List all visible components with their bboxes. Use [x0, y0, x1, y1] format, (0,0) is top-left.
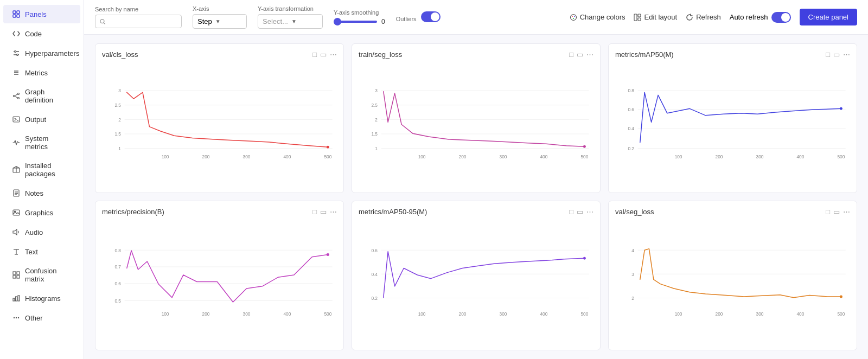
expand-chart-btn-3[interactable]: ▭ — [833, 50, 840, 59]
svg-point-39 — [18, 317, 19, 318]
expand-chart-btn-4[interactable]: ▭ — [320, 208, 327, 216]
other-icon — [12, 313, 21, 322]
expand-chart-btn[interactable]: ▭ — [320, 50, 327, 59]
svg-text:300: 300 — [756, 311, 764, 317]
edit-layout-button[interactable]: Edit layout — [634, 13, 677, 21]
sidebar-item-other[interactable]: Other — [3, 309, 80, 327]
svg-text:300: 300 — [500, 154, 507, 159]
more-chart-btn-3[interactable]: ⋯ — [843, 50, 850, 59]
svg-text:3: 3 — [631, 272, 634, 277]
copy-chart-btn-3[interactable]: □ — [826, 50, 830, 59]
create-panel-button[interactable]: Create panel — [800, 9, 857, 25]
expand-chart-btn-5[interactable]: ▭ — [577, 208, 583, 216]
sidebar-item-system-metrics[interactable]: System metrics — [3, 130, 80, 156]
sidebar-item-installed-packages[interactable]: Installed packages — [3, 157, 80, 183]
precision-svg: 0.8 0.7 0.6 0.5 100 200 300 400 500 — [102, 220, 337, 343]
sidebar: Panels Code Hyperparameters — [0, 0, 84, 359]
copy-chart-btn-6[interactable]: □ — [826, 208, 830, 216]
svg-text:0.4: 0.4 — [371, 272, 378, 277]
svg-text:0.6: 0.6 — [371, 248, 378, 253]
svg-rect-47 — [638, 14, 641, 17]
sidebar-item-metrics[interactable]: Metrics — [3, 63, 80, 82]
more-chart-btn-5[interactable]: ⋯ — [586, 208, 593, 216]
audio-icon — [12, 228, 21, 236]
chart-header-train-seg-loss: train/seg_loss □ ▭ ⋯ — [359, 50, 593, 59]
sidebar-label-installed-packages: Installed packages — [25, 162, 72, 178]
code-icon — [12, 29, 21, 38]
svg-text:400: 400 — [796, 311, 804, 317]
search-icon — [100, 18, 106, 25]
sidebar-item-confusion-matrix[interactable]: Confusion matrix — [3, 262, 80, 288]
chart-title-map50-95: metrics/mAP50-95(M) — [359, 208, 427, 216]
sidebar-item-panels[interactable]: Panels — [3, 5, 80, 23]
svg-text:100: 100 — [418, 154, 426, 159]
svg-rect-35 — [16, 297, 17, 301]
search-input-wrap[interactable] — [95, 15, 182, 28]
yaxis-smoothing-label: Y-axis smoothing — [334, 9, 385, 16]
svg-text:100: 100 — [162, 311, 169, 317]
svg-line-14 — [15, 94, 18, 95]
more-chart-btn-4[interactable]: ⋯ — [330, 208, 337, 216]
outliers-toggle[interactable] — [421, 11, 441, 22]
svg-point-108 — [327, 253, 329, 256]
svg-text:100: 100 — [418, 311, 426, 317]
sidebar-item-output[interactable]: Output — [3, 110, 80, 129]
copy-chart-btn-2[interactable]: □ — [569, 50, 573, 59]
svg-text:2: 2 — [631, 296, 634, 301]
sidebar-item-graphics[interactable]: Graphics — [3, 203, 80, 222]
sidebar-item-histograms[interactable]: Histograms — [3, 289, 80, 307]
expand-chart-btn-2[interactable]: ▭ — [577, 50, 583, 59]
sidebar-item-audio[interactable]: Audio — [3, 223, 80, 241]
chart-train-seg-loss: train/seg_loss □ ▭ ⋯ 3 2.5 2 1.5 — [352, 43, 601, 193]
toggle-knob — [431, 12, 439, 21]
yaxis-transform-label: Y-axis transformation — [258, 5, 323, 12]
svg-point-80 — [583, 145, 586, 148]
chart-val-seg-loss: val/seg_loss □ ▭ ⋯ 4 3 2 100 200 300 — [608, 201, 857, 350]
copy-chart-btn-5[interactable]: □ — [569, 208, 573, 216]
refresh-button[interactable]: Refresh — [686, 13, 721, 21]
sidebar-item-graph-definition[interactable]: Graph definition — [3, 83, 80, 109]
auto-refresh-toggle[interactable] — [771, 12, 791, 23]
toolbar-right: Change colors Edit layout Refresh Auto r… — [570, 9, 857, 25]
sidebar-label-other: Other — [25, 314, 43, 322]
sidebar-item-notes[interactable]: Notes — [3, 184, 80, 202]
svg-rect-48 — [638, 18, 641, 21]
svg-text:1: 1 — [118, 146, 121, 151]
xaxis-dropdown[interactable]: Step ▼ — [193, 14, 247, 29]
yaxis-smoothing-group: Y-axis smoothing 0 — [334, 9, 385, 25]
svg-text:4: 4 — [631, 248, 634, 253]
copy-chart-btn-4[interactable]: □ — [312, 208, 317, 216]
search-input[interactable] — [109, 17, 177, 25]
sidebar-item-hyperparameters[interactable]: Hyperparameters — [3, 44, 80, 62]
sidebar-item-code[interactable]: Code — [3, 24, 80, 43]
svg-text:500: 500 — [324, 311, 331, 317]
svg-rect-36 — [18, 296, 20, 301]
auto-refresh-label: Auto refresh — [730, 13, 768, 21]
sidebar-label-graphics: Graphics — [25, 209, 53, 217]
svg-text:0.6: 0.6 — [628, 107, 634, 112]
chart-title-val-cls-loss: val/cls_loss — [102, 50, 138, 59]
copy-chart-btn[interactable]: □ — [312, 50, 317, 59]
svg-text:0.6: 0.6 — [114, 281, 121, 286]
chart-header-val-seg-loss: val/seg_loss □ ▭ ⋯ — [615, 208, 850, 216]
chart-title-train-seg-loss: train/seg_loss — [359, 50, 402, 59]
svg-text:0.7: 0.7 — [114, 264, 121, 270]
chart-metrics-map50-95-m: metrics/mAP50-95(M) □ ▭ ⋯ 0.6 0.4 0.2 10… — [352, 201, 601, 350]
more-chart-btn-2[interactable]: ⋯ — [586, 50, 593, 59]
sidebar-item-text[interactable]: Text — [3, 242, 80, 261]
terminal-icon — [12, 115, 21, 124]
change-colors-button[interactable]: Change colors — [570, 13, 626, 21]
smoothing-slider[interactable] — [334, 21, 377, 23]
svg-text:100: 100 — [675, 311, 682, 317]
yaxis-transform-dropdown[interactable]: Select... ▼ — [258, 14, 323, 29]
auto-refresh-row: Auto refresh — [730, 12, 791, 23]
more-chart-btn[interactable]: ⋯ — [330, 50, 337, 59]
svg-point-11 — [18, 93, 20, 95]
more-chart-btn-6[interactable]: ⋯ — [843, 208, 850, 216]
sidebar-label-notes: Notes — [25, 189, 43, 197]
svg-text:300: 300 — [243, 154, 251, 159]
svg-text:0.4: 0.4 — [628, 126, 634, 131]
sidebar-label-confusion-matrix: Confusion matrix — [25, 267, 72, 283]
expand-chart-btn-6[interactable]: ▭ — [833, 208, 840, 216]
svg-marker-26 — [13, 229, 17, 235]
